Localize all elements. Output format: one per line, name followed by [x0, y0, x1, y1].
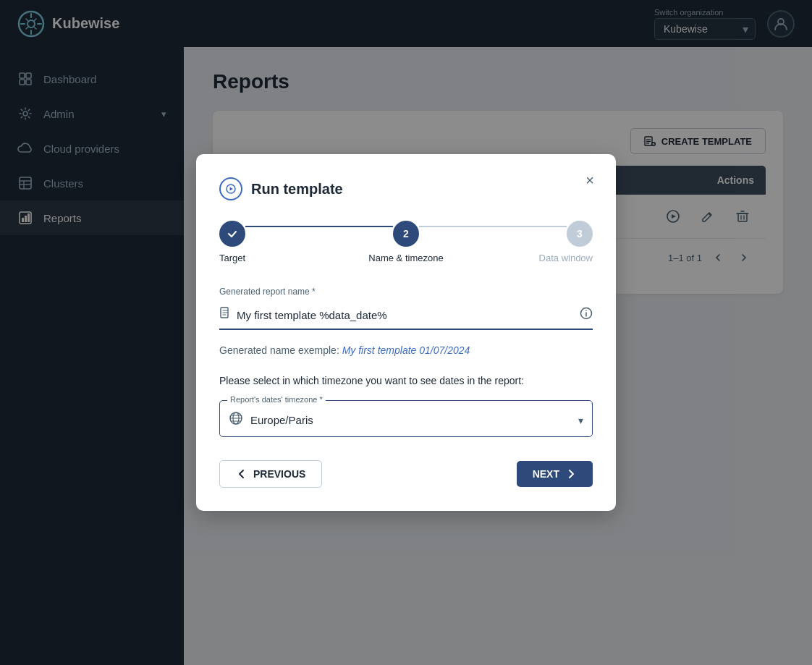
step-target [219, 221, 245, 247]
stepper: 2 3 Target Name & timezone Data window [219, 221, 593, 263]
modal-header: Run template [219, 177, 593, 200]
report-name-group: Generated report name * [219, 287, 593, 330]
doc-icon [219, 307, 231, 323]
step-connector-1 [245, 226, 393, 227]
arrow-left-icon [236, 468, 248, 480]
step-3-number: 3 [577, 228, 583, 240]
stepper-row: 2 3 [219, 221, 593, 247]
step-name-timezone: 2 [393, 221, 419, 247]
arrow-right-icon [565, 468, 577, 480]
run-template-icon [219, 177, 242, 200]
timezone-value: Europe/Paris [250, 414, 571, 426]
modal-footer: PREVIOUS NEXT [219, 460, 593, 488]
report-name-label: Generated report name * [219, 287, 593, 297]
step-labels: Target Name & timezone Data window [219, 253, 593, 263]
example-value[interactable]: My first template 01/07/2024 [342, 344, 470, 356]
timezone-dropdown-arrow: ▾ [578, 415, 583, 426]
example-prefix: Generated name exemple: [219, 344, 339, 356]
timezone-select-inner: Europe/Paris ▾ [229, 411, 583, 429]
modal-close-button[interactable]: × [578, 169, 601, 192]
timezone-select-wrap[interactable]: Report's dates' timezone * Europe/Paris … [219, 400, 593, 437]
step-1-circle [219, 221, 245, 247]
report-name-input[interactable] [237, 309, 574, 321]
step-connector-2 [419, 226, 567, 227]
step-2-number: 2 [403, 228, 409, 240]
timezone-label: Report's dates' timezone * [227, 395, 326, 404]
step-3-label: Data window [468, 253, 593, 263]
svg-point-35 [585, 310, 587, 312]
next-button[interactable]: NEXT [517, 461, 593, 487]
step-data-window: 3 [567, 221, 593, 247]
step-2-label: Name & timezone [344, 253, 468, 263]
timezone-description: Please select in which timezone you want… [219, 373, 593, 389]
run-template-modal: Run template × 2 [196, 154, 616, 511]
step-2-circle: 2 [393, 221, 419, 247]
info-icon[interactable] [580, 307, 593, 323]
previous-label: PREVIOUS [253, 468, 305, 480]
svg-marker-31 [230, 187, 234, 191]
example-text: Generated name exemple: My first templat… [219, 344, 593, 356]
next-label: NEXT [533, 468, 559, 480]
modal-title: Run template [251, 181, 343, 198]
modal-overlay: Run template × 2 [0, 0, 812, 665]
step-3-circle: 3 [567, 221, 593, 247]
report-name-input-wrap [219, 301, 593, 330]
step-1-label: Target [219, 253, 344, 263]
globe-icon [229, 411, 243, 429]
previous-button[interactable]: PREVIOUS [219, 460, 322, 488]
